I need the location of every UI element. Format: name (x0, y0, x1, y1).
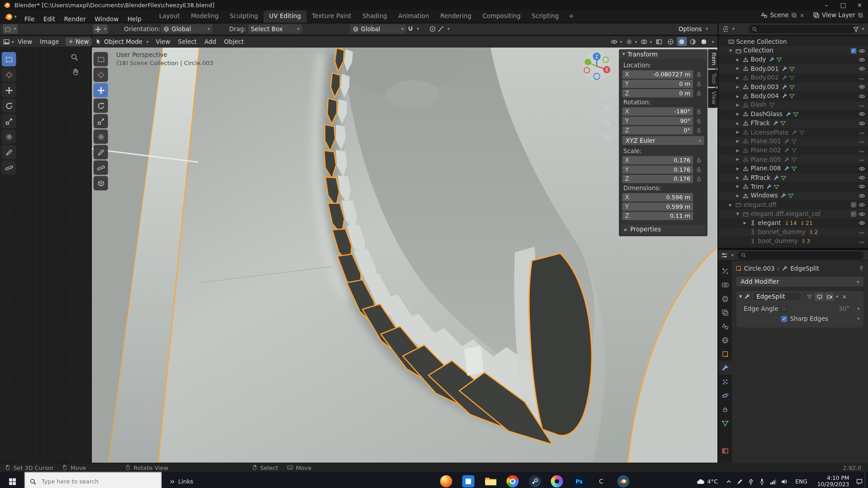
taskbar-app-app-colorful[interactable] (546, 472, 568, 488)
add-workspace-button[interactable]: + (564, 10, 578, 23)
gizmos-toggle[interactable]: ▾ (626, 38, 637, 45)
viewport-annotate-tool[interactable] (94, 145, 108, 160)
camera-view-icon[interactable] (601, 117, 612, 128)
outliner-row[interactable]: ▶elegant.dff✓ (718, 200, 868, 209)
object-name[interactable]: Dash (750, 102, 766, 109)
animate-dot[interactable]: • (857, 315, 860, 322)
uv-active-tool-button[interactable]: ▾ (3, 24, 18, 34)
outliner-search[interactable] (749, 25, 856, 33)
realtime-toggle[interactable] (815, 292, 824, 300)
object-name[interactable]: boot_dummy (758, 238, 797, 245)
close-button[interactable]: × (851, 0, 868, 10)
workspace-tab-scripting[interactable]: Scripting (526, 10, 564, 23)
expand-arrow[interactable]: ▶ (729, 202, 735, 207)
taskbar-app-file-explorer[interactable] (479, 472, 501, 488)
tray-pen-icon[interactable] (735, 472, 745, 488)
object-name[interactable]: Trim (750, 183, 764, 190)
expand-arrow[interactable]: ▼ (729, 48, 735, 53)
viewport-menu-view[interactable]: View (152, 38, 174, 45)
outliner-row[interactable]: ▶RTrack (718, 173, 868, 182)
outliner-row[interactable]: ▶Windows (718, 191, 868, 200)
expand-arrow[interactable]: ▶ (736, 157, 742, 162)
object-name[interactable]: FTrack (750, 120, 770, 127)
workspace-tab-rendering[interactable]: Rendering (435, 10, 477, 23)
uv-annotate-tool[interactable] (2, 145, 16, 160)
location-z-field[interactable]: Z0 m (622, 89, 704, 98)
tray-mic-icon[interactable] (757, 472, 768, 488)
weather-widget[interactable]: 4°C (691, 477, 724, 485)
lock-icon[interactable] (696, 80, 702, 86)
collection-checkbox[interactable]: ✓ (851, 202, 856, 207)
outliner-row[interactable]: bonnet_dummy2 (718, 228, 868, 237)
animate-dot[interactable]: • (857, 305, 860, 312)
taskbar-app-app-blue[interactable] (457, 472, 479, 488)
edge-angle-checkbox[interactable] (781, 306, 787, 312)
workspace-tab-texture-paint[interactable]: Texture Paint (307, 10, 357, 23)
mode-select[interactable]: Object Mode▾ (92, 38, 152, 45)
object-name[interactable]: Body.001 (750, 65, 778, 72)
eye-icon[interactable] (859, 211, 865, 217)
workspace-tab-modeling[interactable]: Modeling (185, 10, 224, 23)
object-name[interactable]: Body (750, 56, 766, 63)
options-menu[interactable]: Options▾ (676, 24, 711, 33)
outliner-row[interactable]: ▶Plane.002 (718, 146, 868, 155)
rotation-x-field[interactable]: X-180° (622, 107, 704, 116)
eye-icon[interactable] (859, 202, 865, 208)
drag-select[interactable]: Select Box▾ (248, 24, 302, 33)
expand-arrow[interactable]: ▶ (736, 130, 742, 135)
location-x-field[interactable]: X-0.080727 m (622, 70, 704, 79)
outliner-row[interactable]: ▶Body.002 (718, 73, 868, 82)
object-name[interactable]: Plane.005 (750, 156, 781, 163)
viewport-menu-object[interactable]: Object (220, 38, 248, 45)
viewport-scale-tool[interactable] (94, 114, 108, 128)
orientation-select[interactable]: Global▾ (160, 24, 212, 33)
properties-subpanel[interactable]: ▶Properties (621, 225, 705, 234)
tray-usb-icon[interactable] (745, 472, 756, 488)
properties-tab-tool[interactable] (718, 264, 731, 278)
object-name[interactable]: Body.003 (750, 83, 778, 90)
overlays-toggle[interactable]: ▾ (641, 38, 652, 45)
outliner-row[interactable]: ▶Body.004 (718, 91, 868, 100)
viewport-menu-select[interactable]: Select (174, 38, 201, 45)
outliner-row[interactable]: boot_dummy3 (718, 237, 868, 246)
eye-closed-icon[interactable] (859, 129, 865, 136)
viewport-rotate-tool[interactable] (94, 99, 108, 113)
viewport-canvas[interactable]: User Perspective (18) Scene Collection |… (92, 47, 717, 462)
lock-icon[interactable] (696, 166, 702, 172)
visibility-toggles[interactable]: ▾ (611, 38, 623, 45)
eye-closed-icon[interactable] (859, 156, 865, 163)
outliner-row[interactable]: ▶Trim (718, 182, 868, 191)
modifier-name-field[interactable]: EdgeSplit (753, 292, 802, 301)
expand-arrow[interactable]: ▶ (736, 103, 742, 108)
workspace-tab-animation[interactable]: Animation (392, 10, 434, 23)
eye-icon[interactable] (859, 47, 865, 54)
properties-tab-physics[interactable] (718, 389, 731, 403)
uv-measure-tool[interactable] (2, 160, 16, 175)
uv-box-select-tool[interactable] (2, 52, 16, 66)
viewport-cursor3d-tool[interactable] (94, 67, 108, 82)
taskbar-app-photoshop[interactable]: Ps (568, 472, 590, 488)
navigation-gizmo[interactable]: ZX (581, 51, 613, 82)
properties-tab-mesh-data[interactable] (718, 416, 731, 430)
dimensions-x-field[interactable]: X0.596 m (622, 192, 704, 202)
object-name[interactable]: bonnet_dummy (758, 229, 805, 236)
add-modifier-button[interactable]: Add Modifier▾ (736, 277, 864, 286)
properties-tab-object[interactable] (718, 347, 731, 361)
shading-wireframe[interactable] (666, 37, 676, 46)
action-center-icon[interactable] (854, 472, 864, 488)
properties-tab-particles[interactable] (718, 375, 731, 389)
outliner-row[interactable]: Scene Collection (718, 37, 868, 46)
zoom-icon[interactable] (601, 89, 612, 100)
start-button[interactable] (0, 472, 24, 488)
proportional-editing-toggle[interactable]: ▾ (427, 24, 451, 34)
collection-checkbox[interactable]: ✓ (851, 48, 856, 53)
image-editor-icon[interactable] (3, 38, 10, 45)
object-name[interactable]: Plane.001 (750, 138, 781, 145)
taskbar-app-steam[interactable] (524, 472, 546, 488)
new-image-button[interactable]: New (65, 38, 92, 46)
properties-search[interactable] (737, 251, 863, 259)
eye-icon[interactable] (859, 93, 865, 99)
dimensions-z-field[interactable]: Z0.11 m (622, 211, 704, 221)
taskbar-app-blender[interactable] (612, 472, 634, 488)
expand-arrow[interactable]: ▶ (736, 184, 742, 189)
